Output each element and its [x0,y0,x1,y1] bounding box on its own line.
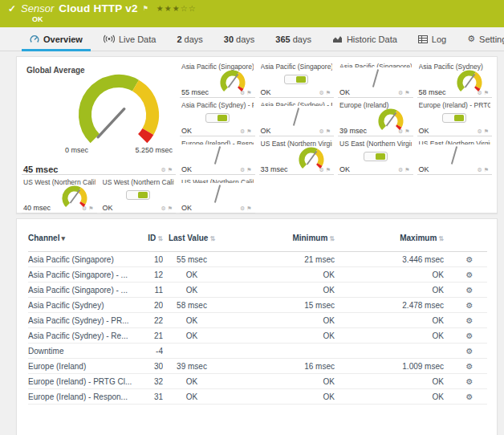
tab-log[interactable]: Log [408,27,457,51]
gear-icon[interactable]: ⚙ [319,90,325,96]
gear-icon[interactable]: ⚙ [398,90,404,96]
channel-settings-icon[interactable]: ⚙ [466,316,474,325]
channel-gauge-tile[interactable]: US East (Northern Virginia) 33 msec⚙⚑ [259,138,335,175]
pin-icon[interactable]: ⚑ [484,128,490,134]
gear-icon: ⚙ [467,34,475,44]
gear-icon[interactable]: ⚙ [477,167,483,173]
cell-maximum: OK [343,389,452,405]
column-header-minimum[interactable]: Minimum⇅ [221,232,343,252]
tab-historic-data[interactable]: Historic Data [322,27,408,51]
tab-365-days[interactable]: 365 days [265,27,322,51]
priority-stars[interactable]: ★★★☆☆ [156,4,197,13]
tab-label-number: 2 [177,35,181,44]
global-average-gauge [59,71,176,148]
live-data-icon [104,35,115,43]
pin-icon[interactable]: ⚑ [484,167,490,173]
table-row[interactable]: Asia Pacific (Sydney)2058 msec15 msec2.4… [28,298,487,313]
mini-gauge [295,145,327,173]
pin-icon[interactable]: ⚑ [326,128,332,134]
cell-maximum: 2.478 msec [343,298,452,313]
gauge-needle [372,69,379,87]
table-row[interactable]: Asia Pacific (Singapore) - ...12OKOKOK⚙ [28,267,487,283]
cell-actions: ⚙ [452,328,487,344]
cell-channel: Asia Pacific (Sydney) - PR... [28,313,134,328]
gear-icon[interactable]: ⚙ [240,167,246,173]
table-row[interactable]: Europe (Ireland) - PRTG Cl...32OKOKOK⚙ [28,374,487,389]
pin-icon[interactable]: ⚑ [168,167,174,173]
channel-value: 40 msec [23,203,51,213]
channel-settings-icon[interactable]: ⚙ [466,392,474,401]
column-label: Channel [28,234,59,242]
channel-settings-icon[interactable]: ⚙ [466,331,474,340]
channel-settings-icon[interactable]: ⚙ [466,301,474,310]
column-header-last-value[interactable]: Last Value⇅ [163,232,221,252]
pin-icon[interactable]: ⚑ [326,90,332,96]
channel-settings-icon[interactable]: ⚙ [466,362,474,371]
table-row[interactable]: Europe (Ireland)3039 msec16 msec1.009 ms… [28,359,487,374]
channel-gauge-tile[interactable]: Asia Pacific (Sydney) - Respo...OK⚙⚑ [259,100,335,136]
gear-icon[interactable]: ⚙ [319,128,325,134]
pin-icon[interactable]: ⚑ [404,167,411,173]
gear-icon[interactable]: ⚙ [398,167,404,173]
channel-gauge-tile[interactable]: Asia Pacific (Sydney) - PRTG ...OK⚙⚑ [180,100,255,136]
gauge-viz [181,144,254,165]
channel-gauge-tile[interactable]: US West (Northern California)...OK⚙⚑ [180,177,255,213]
table-row[interactable]: Asia Pacific (Sydney) - Re...21OKOKOK⚙ [28,328,487,344]
cell-channel: Europe (Ireland) - PRTG Cl... [28,374,134,389]
gear-icon[interactable]: ⚙ [240,128,246,134]
channel-settings-icon[interactable]: ⚙ [466,255,474,264]
tab-overview[interactable]: Overview [19,27,93,51]
tab-settings[interactable]: ⚙ Settings [457,27,504,51]
table-row[interactable]: Downtime-4⚙ [28,344,487,359]
gear-icon[interactable]: ⚙ [161,167,167,173]
channel-gauge-tile[interactable]: Asia Pacific (Singapore) 55 msec⚙⚑ [180,61,255,98]
channel-gauge-tile[interactable]: Asia Pacific (Singapore) - PR...OK⚙⚑ [259,61,335,98]
gear-icon[interactable]: ⚙ [161,205,167,211]
tab-label-number: 30 [224,35,234,44]
channel-settings-icon[interactable]: ⚙ [466,377,474,386]
ok-switch-indicator [126,190,150,200]
channel-gauge-tile[interactable]: Europe (Ireland) - Response C...OK⚙⚑ [180,138,255,175]
tab-30-days[interactable]: 30 days [213,27,266,51]
channel-value: OK [339,87,350,97]
cell-last-value: 58 msec [163,298,221,313]
pin-icon[interactable]: ⚑ [246,205,253,211]
table-row[interactable]: Asia Pacific (Singapore) - ...11OKOKOK⚙ [28,283,487,298]
channel-value: 45 msec [23,165,58,174]
gear-icon[interactable]: ⚙ [240,205,246,211]
channel-settings-icon[interactable]: ⚙ [466,286,474,295]
tab-live-data[interactable]: Live Data [93,27,166,51]
pin-icon[interactable]: ⚑ [246,128,253,134]
channel-gauge-tile[interactable]: US West (Northern California)...OK⚙⚑ [101,177,177,213]
channel-title: Europe (Ireland) - PRTG Cloud... [419,101,491,110]
gear-icon[interactable]: ⚙ [477,128,483,134]
channel-gauge-tile[interactable]: Asia Pacific (Singapore) - Res...OK⚙⚑ [338,61,413,98]
column-header-channel[interactable]: Channel▾ [28,232,134,252]
channel-value: 33 msec [261,165,288,174]
cell-actions: ⚙ [452,267,487,283]
pin-icon[interactable]: ⚑ [404,90,411,96]
column-label: Maximum [400,234,437,242]
column-header-maximum[interactable]: Maximum⇅ [343,232,452,252]
channel-gauge-tile[interactable]: US East (Northern Virginia) - ...OK⚙⚑ [338,138,413,175]
channel-settings-icon[interactable]: ⚙ [466,347,474,356]
tab-2-days[interactable]: 2 days [166,27,213,51]
channel-gauge-tile[interactable]: Europe (Ireland) 39 msec⚙⚑ [338,100,413,136]
table-row[interactable]: Europe (Ireland) - Respon...31OKOKOK⚙ [28,389,487,405]
column-header-id[interactable]: ID⇅ [134,232,163,252]
channel-gauge-tile[interactable]: Asia Pacific (Sydney) 58 msec⚙⚑ [417,61,493,98]
table-row[interactable]: Asia Pacific (Singapore)1055 msec21 msec… [28,252,487,267]
cell-minimum [221,344,343,359]
channel-gauge-tile[interactable]: Europe (Ireland) - PRTG Cloud...OK⚙⚑ [417,100,493,136]
global-average-tile[interactable]: Global Average 0 msec 5.250 msec 45 msec… [22,61,176,175]
table-row[interactable]: Asia Pacific (Sydney) - PR...22OKOKOK⚙ [28,313,487,328]
pin-icon[interactable]: ⚑ [246,167,253,173]
pin-icon[interactable]: ⚑ [168,205,174,211]
gauge-scale-max: 5.250 msec [135,146,173,154]
cell-channel: Asia Pacific (Sydney) [28,298,134,313]
channel-settings-icon[interactable]: ⚙ [466,270,474,279]
cell-minimum: 16 msec [221,359,343,374]
mini-gauge [217,68,249,96]
channel-gauge-tile[interactable]: US East (Northern Virginia) - ...OK⚙⚑ [417,138,493,175]
channel-gauge-tile[interactable]: US West (Northern California) 40 msec⚙⚑ [22,177,97,213]
